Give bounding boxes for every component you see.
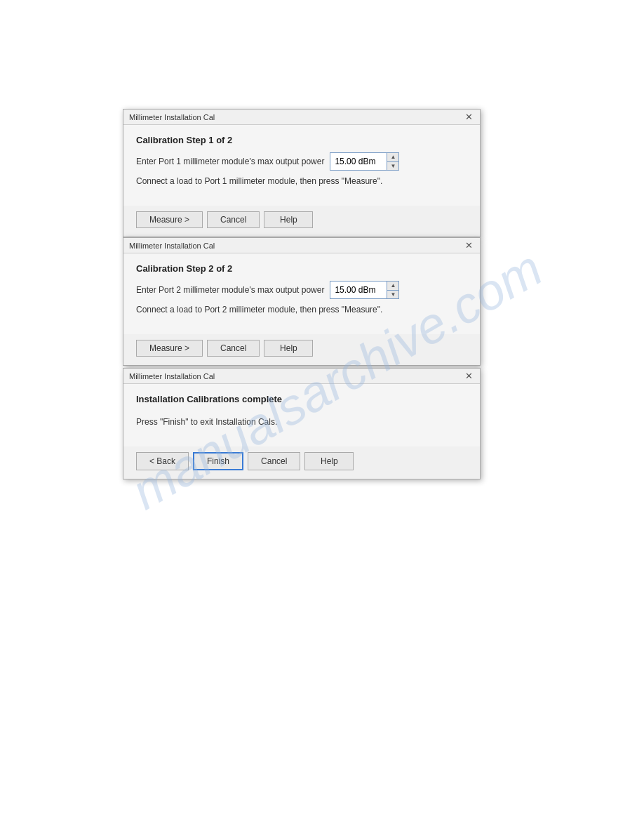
dialog2-titlebar: Millimeter Installation Cal ✕ (123, 238, 480, 253)
dialog2-help-button[interactable]: Help (264, 340, 313, 357)
dialog2-instruction: Connect a load to Port 2 millimeter modu… (136, 305, 467, 315)
dialog3-help-button[interactable]: Help (304, 452, 354, 470)
dialog2-content: Calibration Step 2 of 2 Enter Port 2 mil… (123, 253, 480, 334)
dialog2-power-input-wrapper: ▲ ▼ (330, 281, 399, 299)
dialog1-cancel-button[interactable]: Cancel (207, 211, 260, 228)
dialog1-spinner-buttons: ▲ ▼ (387, 153, 398, 170)
dialog2-power-row: Enter Port 2 millimeter module's max out… (136, 281, 467, 299)
dialog-calibration-step2: Millimeter Installation Cal ✕ Calibratio… (123, 237, 481, 366)
dialog3-finish-button[interactable]: Finish (193, 452, 243, 470)
dialog2-cancel-button[interactable]: Cancel (207, 340, 260, 357)
dialog2-power-input[interactable] (330, 282, 387, 298)
dialog1-power-input-wrapper: ▲ ▼ (330, 152, 399, 171)
dialog2-close-button[interactable]: ✕ (464, 241, 474, 250)
dialog1-titlebar: Millimeter Installation Cal ✕ (123, 110, 480, 125)
dialog2-spinner-down[interactable]: ▼ (387, 291, 398, 299)
dialog3-title: Millimeter Installation Cal (129, 372, 215, 380)
dialog-calibration-step1: Millimeter Installation Cal ✕ Calibratio… (123, 109, 481, 237)
dialog3-content: Installation Calibrations complete Press… (123, 384, 480, 446)
dialog2-power-label: Enter Port 2 millimeter module's max out… (136, 285, 324, 295)
dialog3-press-finish: Press "Finish" to exit Installation Cals… (136, 417, 467, 427)
dialog1-title: Millimeter Installation Cal (129, 113, 215, 121)
dialog1-power-label: Enter Port 1 millimeter module's max out… (136, 157, 324, 166)
dialog3-close-button[interactable]: ✕ (464, 371, 474, 380)
dialog1-power-input[interactable] (330, 153, 387, 170)
dialog3-complete-text: Installation Calibrations complete (136, 394, 467, 404)
dialog2-spinner-up[interactable]: ▲ (387, 282, 398, 291)
dialog3-titlebar: Millimeter Installation Cal ✕ (123, 369, 480, 384)
dialog-calibration-complete: Millimeter Installation Cal ✕ Installati… (123, 368, 481, 479)
dialog1-buttons: Measure > Cancel Help (123, 206, 480, 237)
dialog1-help-button[interactable]: Help (264, 211, 313, 228)
dialog3-back-button[interactable]: < Back (136, 452, 189, 470)
dialog1-power-row: Enter Port 1 millimeter module's max out… (136, 152, 467, 171)
dialog3-cancel-button[interactable]: Cancel (248, 452, 300, 470)
dialog1-content: Calibration Step 1 of 2 Enter Port 1 mil… (123, 125, 480, 206)
dialog2-buttons: Measure > Cancel Help (123, 334, 480, 365)
dialog2-step-label: Calibration Step 2 of 2 (136, 263, 467, 274)
dialog1-spinner-up[interactable]: ▲ (387, 153, 398, 162)
dialog2-title: Millimeter Installation Cal (129, 241, 215, 250)
dialog1-step-label: Calibration Step 1 of 2 (136, 135, 467, 145)
dialog2-measure-button[interactable]: Measure > (136, 340, 203, 357)
dialog3-buttons: < Back Finish Cancel Help (123, 446, 480, 479)
dialog1-close-button[interactable]: ✕ (464, 112, 474, 121)
dialog1-measure-button[interactable]: Measure > (136, 211, 203, 228)
dialog2-spinner-buttons: ▲ ▼ (387, 282, 398, 298)
dialog1-instruction: Connect a load to Port 1 millimeter modu… (136, 176, 467, 186)
dialog1-spinner-down[interactable]: ▼ (387, 162, 398, 171)
